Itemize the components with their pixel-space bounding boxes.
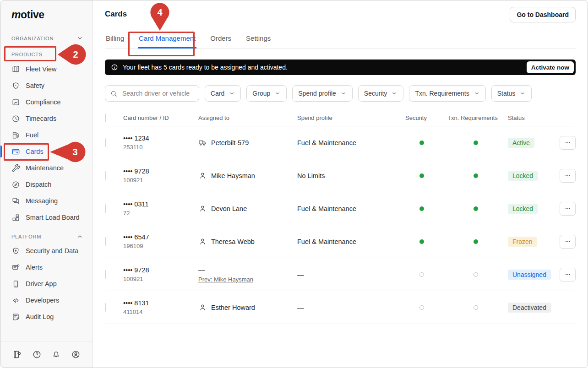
row-actions-button[interactable] — [560, 169, 576, 183]
sidebar-item-alerts[interactable]: Alerts — [0, 259, 93, 276]
filter-card-dropdown[interactable]: Card — [205, 85, 241, 102]
status-badge: Locked — [508, 204, 538, 214]
chevron-down-icon — [76, 35, 83, 42]
assignee-empty: — — [198, 266, 205, 273]
sidebar-item-fleet-view[interactable]: Fleet View — [0, 61, 93, 77]
sidebar-item-developers[interactable]: Developers — [0, 292, 93, 308]
logbook-button[interactable] — [12, 350, 22, 359]
spend-profile: — — [297, 271, 396, 278]
sidebar-item-compliance[interactable]: Compliance — [0, 94, 93, 110]
sidebar-item-label: Compliance — [26, 98, 61, 106]
sidebar-item-fuel[interactable]: Fuel — [0, 127, 93, 143]
sidebar-item-audit-log[interactable]: Audit Log — [0, 308, 93, 325]
ellipsis-icon — [564, 238, 572, 245]
sidebar-item-security-and-data[interactable]: Security and Data — [0, 243, 93, 259]
tab-billing[interactable]: Billing — [105, 34, 125, 48]
ellipsis-icon — [564, 172, 572, 179]
info-icon — [111, 64, 118, 71]
row-checkbox[interactable] — [105, 303, 106, 312]
row-actions-button[interactable] — [560, 268, 576, 281]
filter-status-dropdown[interactable]: Status — [491, 85, 532, 102]
status-badge: Locked — [508, 171, 538, 181]
status-badge: Unassigned — [508, 270, 551, 280]
table-header: Card number / ID Assigned to Spend profi… — [105, 110, 576, 126]
row-checkbox[interactable] — [105, 237, 106, 246]
sidebar-item-label: Safety — [26, 82, 44, 89]
filter-txn-requirements-dropdown[interactable]: Txn. Requirements — [409, 85, 485, 102]
section-organization[interactable]: ORGANIZATION — [0, 35, 93, 42]
sidebar-item-label: Developers — [26, 297, 59, 304]
status-badge: Active — [508, 138, 534, 148]
sidebar-item-driver-app[interactable]: Driver App — [0, 276, 93, 292]
tab-orders[interactable]: Orders — [209, 34, 232, 48]
tab-card-management[interactable]: Card Management — [138, 34, 196, 49]
table-row[interactable]: •••• 9728 100921 Mike Haysman No Limits … — [105, 159, 576, 192]
txn-requirements-indicator — [474, 272, 478, 277]
sidebar-item-label: Fleet View — [26, 65, 56, 73]
sidebar-item-safety[interactable]: Safety — [0, 77, 93, 94]
card-id: 196109 — [123, 243, 198, 249]
row-checkbox[interactable] — [105, 270, 106, 279]
main-content: Cards Go to Dashboard BillingCard Manage… — [93, 0, 588, 368]
sidebar-item-messaging[interactable]: Messaging — [0, 193, 93, 209]
filter-spend-profile-dropdown[interactable]: Spend profile — [292, 85, 353, 102]
person-icon — [198, 171, 207, 180]
previous-assignee-link[interactable]: Prev: Mike Haysman — [198, 276, 253, 283]
row-checkbox[interactable] — [105, 138, 106, 147]
map-icon — [11, 65, 20, 74]
credit-card-icon — [11, 147, 20, 156]
row-actions-button[interactable] — [560, 202, 576, 216]
spend-profile: Fuel & Maintenance — [297, 139, 396, 146]
table-body: •••• 1234 253110 Peterbilt-579 Fuel & Ma… — [105, 126, 576, 324]
compass-icon — [11, 180, 20, 189]
ellipsis-icon — [564, 139, 572, 146]
sidebar-item-label: Security and Data — [26, 247, 78, 254]
table-row[interactable]: •••• 9728 100921 — Prev: Mike Haysman — … — [105, 258, 576, 291]
section-platform[interactable]: PLATFORM — [0, 233, 93, 240]
sidebar-item-maintenance[interactable]: Maintenance — [0, 160, 93, 176]
help-circle-button[interactable] — [32, 350, 42, 359]
security-indicator — [419, 206, 424, 211]
sidebar-item-dispatch[interactable]: Dispatch — [0, 176, 93, 193]
security-indicator — [419, 173, 424, 178]
sidebar-item-label: Driver App — [26, 280, 57, 287]
filter-security-dropdown[interactable]: Security — [358, 85, 404, 102]
sidebar-item-label: Messaging — [26, 197, 58, 205]
card-id: 411014 — [123, 308, 198, 315]
bell-button[interactable] — [51, 350, 61, 359]
row-actions-button[interactable] — [560, 136, 576, 150]
sidebar-item-timecards[interactable]: Timecards — [0, 110, 93, 127]
card-number: •••• 6547 — [123, 233, 198, 241]
row-checkbox[interactable] — [105, 204, 106, 213]
section-products[interactable]: PRODUCTS — [0, 51, 93, 58]
card-id: 100921 — [123, 177, 198, 184]
sidebar-item-smart-load-board[interactable]: Smart Load Board — [0, 209, 93, 226]
tab-settings[interactable]: Settings — [245, 34, 272, 48]
tab-bar: BillingCard ManagementOrdersSettings — [105, 34, 576, 49]
row-checkbox[interactable] — [105, 171, 106, 180]
card-id: 100921 — [123, 276, 198, 282]
assignee-name: Devon Lane — [211, 205, 247, 212]
sidebar-item-label: Audit Log — [26, 313, 54, 320]
activate-now-button[interactable]: Activate now — [527, 61, 574, 73]
table-row[interactable]: •••• 6547 196109 Theresa Webb Fuel & Mai… — [105, 225, 576, 258]
spend-profile: No Limits — [297, 172, 396, 179]
filter-group-dropdown[interactable]: Group — [246, 85, 287, 102]
shield-icon — [11, 81, 20, 90]
table-row[interactable]: •••• 8131 411014 Esther Howard — Deactiv… — [105, 291, 576, 324]
go-to-dashboard-button[interactable]: Go to Dashboard — [510, 7, 576, 22]
card-id: 72 — [123, 210, 198, 216]
cards-table: Card number / ID Assigned to Spend profi… — [105, 110, 576, 324]
spend-profile: — — [297, 304, 396, 311]
wrench-icon — [11, 164, 20, 173]
search-input[interactable] — [121, 89, 194, 97]
ellipsis-icon — [564, 271, 572, 278]
select-all-checkbox[interactable] — [105, 114, 106, 122]
sidebar-item-cards[interactable]: Cards — [0, 143, 93, 160]
table-row[interactable]: •••• 1234 253110 Peterbilt-579 Fuel & Ma… — [105, 126, 576, 159]
user-circle-button[interactable] — [71, 350, 81, 359]
row-actions-button[interactable] — [560, 235, 576, 249]
shield-lock-icon — [11, 247, 20, 255]
table-row[interactable]: •••• 0311 72 Devon Lane Fuel & Maintenan… — [105, 192, 576, 225]
section-platform-label: PLATFORM — [11, 234, 41, 239]
